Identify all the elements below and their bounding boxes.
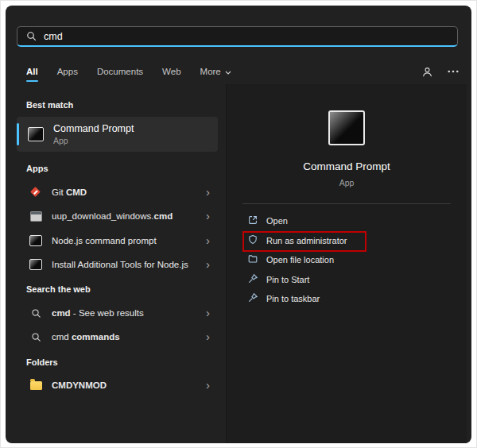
preview-title: Command Prompt [227, 160, 467, 172]
pin-icon [247, 273, 258, 286]
section-header-search-the-web: Search the web [26, 284, 91, 294]
action-list: Open Run as administrator Open file loca… [247, 211, 451, 309]
cmd-file-icon [28, 211, 44, 222]
best-match-subtitle: App [53, 136, 134, 145]
action-open-file-location[interactable]: Open file location [247, 250, 451, 270]
chevron-right-icon [206, 379, 210, 391]
tab-all[interactable]: All [26, 67, 38, 76]
result-cmd-see-web-results[interactable]: cmd - See web results [17, 301, 218, 325]
chevron-right-icon [206, 258, 210, 270]
chevron-right-icon [206, 234, 210, 246]
command-prompt-icon [28, 259, 44, 270]
section-header-apps: Apps [26, 164, 48, 173]
more-options-icon[interactable] [448, 70, 459, 73]
tab-web[interactable]: Web [162, 67, 180, 76]
chevron-right-icon [206, 210, 210, 222]
screenshot-frame: All Apps Documents Web More Best match [0, 0, 477, 448]
folder-icon [28, 381, 44, 390]
search-box[interactable] [17, 26, 458, 47]
chevron-right-icon [206, 186, 210, 198]
action-open[interactable]: Open [247, 211, 451, 231]
tabs-right-icons [421, 66, 459, 78]
tab-documents[interactable]: Documents [97, 67, 143, 76]
result-nodejs-command-prompt[interactable]: Node.js command prompt [17, 229, 218, 253]
windows-search-flyout: All Apps Documents Web More Best match [6, 6, 471, 443]
preview-subtitle: App [227, 178, 467, 187]
result-git-cmd[interactable]: Git CMD [17, 180, 218, 204]
action-pin-to-start[interactable]: Pin to Start [247, 270, 451, 290]
search-icon [26, 31, 37, 41]
chevron-right-icon [206, 330, 210, 342]
command-prompt-icon [28, 127, 44, 141]
command-prompt-large-icon [328, 110, 365, 145]
pin-icon [247, 292, 258, 305]
folder-outline-icon [247, 253, 258, 266]
best-match-title: Command Prompt [53, 123, 134, 134]
section-header-folders: Folders [26, 357, 58, 367]
preview-panel: Command Prompt App Open Run as administr… [226, 84, 467, 443]
action-run-as-administrator[interactable]: Run as administrator [247, 231, 451, 251]
chevron-right-icon [206, 307, 210, 319]
result-uup-download-windows-cmd[interactable]: uup_download_windows.cmd [17, 204, 218, 228]
result-folder-cmdynmod[interactable]: CMDYNMOD [17, 373, 218, 397]
chevron-down-icon [225, 67, 231, 76]
open-icon [247, 214, 258, 227]
search-icon [28, 308, 44, 319]
divider [242, 203, 451, 204]
selection-accent-bar [17, 123, 19, 145]
filter-tabs: All Apps Documents Web More [26, 61, 459, 82]
git-icon [28, 186, 44, 199]
command-prompt-icon [28, 235, 44, 246]
account-icon[interactable] [421, 66, 433, 78]
best-match-command-prompt[interactable]: Command Prompt App [17, 117, 218, 152]
tab-more[interactable]: More [200, 67, 231, 76]
result-install-additional-tools-nodejs[interactable]: Install Additional Tools for Node.js [17, 253, 218, 276]
search-input[interactable] [44, 31, 457, 42]
shield-icon [247, 234, 258, 247]
search-icon [28, 332, 44, 342]
action-pin-to-taskbar[interactable]: Pin to taskbar [247, 289, 451, 309]
tab-apps[interactable]: Apps [57, 67, 78, 76]
result-cmd-commands[interactable]: cmd commands [17, 325, 218, 349]
section-header-best-match: Best match [26, 100, 73, 110]
